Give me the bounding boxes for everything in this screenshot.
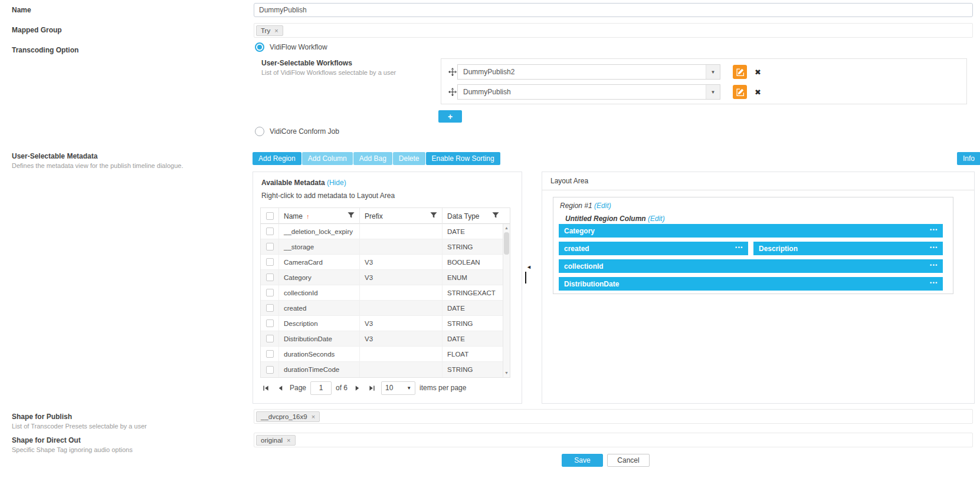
layout-field-bar[interactable]: created •••	[559, 242, 748, 255]
table-row[interactable]: CameraCard V3 BOOLEAN	[261, 255, 504, 270]
table-row[interactable]: durationTimeCode STRING	[261, 362, 504, 377]
layout-area-panel: Layout Area Region #1 (Edit) Untitled Re…	[542, 172, 975, 404]
layout-field-bar[interactable]: Description •••	[753, 242, 943, 255]
workflow-row: DummyPublish ▼ ✖	[441, 84, 966, 100]
page-label: Page	[290, 384, 306, 392]
cursor-arrow-mark: ◄	[526, 264, 532, 270]
remove-workflow-icon[interactable]: ✖	[755, 68, 761, 77]
remove-tag-icon[interactable]: ×	[274, 27, 278, 34]
shape-direct-tag: original ×	[256, 435, 296, 446]
table-row[interactable]: __storage STRING	[261, 239, 504, 255]
table-row[interactable]: durationSeconds FLOAT	[261, 347, 504, 362]
filter-icon[interactable]	[430, 212, 437, 220]
metadata-table: Name ↑ Prefix Data Type	[260, 207, 510, 378]
table-scrollbar[interactable]: ▲ ▼	[503, 224, 510, 377]
mapped-group-field[interactable]: Try ×	[254, 23, 973, 38]
next-page-icon[interactable]	[352, 383, 362, 393]
table-row[interactable]: collectionId STRINGEXACT	[261, 285, 504, 301]
table-body: __deletion_lock_expiry DATE __storage ST…	[261, 224, 510, 377]
add-bag-button[interactable]: Add Bag	[353, 152, 392, 165]
row-checkbox[interactable]	[266, 319, 274, 327]
layout-field-bar[interactable]: collectionId •••	[559, 259, 943, 273]
page-size-select[interactable]: 10 ▼	[381, 381, 415, 395]
add-column-button[interactable]: Add Column	[302, 152, 353, 165]
scroll-up-icon[interactable]: ▲	[503, 225, 510, 232]
row-checkbox[interactable]	[266, 228, 274, 235]
vidicore-conform-job-radio[interactable]	[255, 127, 264, 136]
shape-publish-subtitle: List of Transcoder Presets selectable by…	[12, 423, 147, 430]
last-page-icon[interactable]	[366, 383, 377, 393]
table-row[interactable]: created DATE	[261, 301, 504, 316]
chevron-down-icon[interactable]: ▼	[706, 85, 720, 99]
shape-publish-field[interactable]: __dvcpro_16x9 ×	[254, 409, 973, 424]
scroll-down-icon[interactable]: ▼	[503, 370, 510, 377]
info-button[interactable]: Info	[957, 152, 980, 165]
table-row[interactable]: __deletion_lock_expiry DATE	[261, 224, 504, 239]
table-header: Name ↑ Prefix Data Type	[261, 208, 510, 224]
chevron-down-icon[interactable]: ▼	[706, 65, 720, 79]
mapped-group-tag: Try ×	[256, 25, 283, 36]
row-checkbox[interactable]	[266, 273, 274, 281]
filter-icon[interactable]	[348, 212, 355, 220]
workflow-select[interactable]: DummyPublish ▼	[457, 84, 720, 100]
cancel-button[interactable]: Cancel	[607, 454, 650, 467]
remove-tag-icon[interactable]: ×	[312, 413, 315, 420]
enable-row-sorting-button[interactable]: Enable Row Sorting	[426, 152, 500, 165]
ellipsis-menu-icon[interactable]: •••	[930, 280, 938, 286]
select-all-checkbox[interactable]	[266, 212, 274, 220]
divider	[542, 190, 974, 190]
ellipsis-menu-icon[interactable]: •••	[930, 245, 938, 250]
row-checkbox[interactable]	[266, 243, 274, 250]
shape-direct-label: Shape for Direct Out	[12, 436, 81, 444]
sort-ascending-icon: ↑	[306, 213, 310, 220]
layout-field-bar[interactable]: DistributionDate •••	[559, 277, 943, 291]
drag-handle-icon[interactable]	[448, 68, 457, 78]
delete-button[interactable]: Delete	[393, 152, 425, 165]
edit-workflow-button[interactable]	[733, 65, 747, 79]
hide-link[interactable]: (Hide)	[327, 179, 346, 187]
filter-icon[interactable]	[492, 212, 499, 220]
column-header-data-type[interactable]: Data Type	[442, 208, 504, 224]
vidiflow-workflow-radio[interactable]	[255, 42, 264, 52]
remove-tag-icon[interactable]: ×	[287, 437, 290, 444]
save-button[interactable]: Save	[562, 454, 603, 467]
column-header-name[interactable]: Name ↑	[278, 208, 359, 224]
right-click-hint: Right-click to add metadata to Layout Ar…	[261, 192, 395, 200]
row-checkbox[interactable]	[266, 335, 274, 342]
table-row[interactable]: Description V3 STRING	[261, 316, 504, 331]
add-region-button[interactable]: Add Region	[253, 152, 301, 165]
row-checkbox[interactable]	[266, 258, 274, 266]
scrollbar-thumb[interactable]	[504, 232, 509, 255]
shape-publish-tag: __dvcpro_16x9 ×	[256, 411, 320, 422]
table-row[interactable]: DistributionDate V3 DATE	[261, 331, 504, 347]
vidicore-conform-job-radio-label: VidiCore Conform Job	[270, 127, 339, 136]
items-per-page-label: items per page	[419, 384, 466, 392]
row-checkbox[interactable]	[266, 350, 274, 358]
row-checkbox[interactable]	[266, 304, 274, 312]
layout-field-bar[interactable]: Category •••	[559, 224, 943, 238]
table-row[interactable]: Category V3 ENUM	[261, 270, 504, 285]
region-label: Region #1	[560, 202, 592, 210]
layout-area-title: Layout Area	[550, 177, 588, 185]
add-workflow-button[interactable]: +	[438, 110, 462, 123]
drag-handle-icon[interactable]	[448, 88, 457, 98]
ellipsis-menu-icon[interactable]: •••	[930, 262, 938, 268]
page-number-input[interactable]	[310, 381, 332, 395]
edit-workflow-button[interactable]	[733, 85, 747, 99]
column-edit-link[interactable]: (Edit)	[648, 215, 665, 223]
mapped-group-label: Mapped Group	[12, 26, 62, 34]
ellipsis-menu-icon[interactable]: •••	[735, 245, 743, 250]
previous-page-icon[interactable]	[275, 383, 286, 393]
plus-icon: +	[448, 112, 453, 121]
name-input[interactable]	[254, 3, 973, 17]
ellipsis-menu-icon[interactable]: •••	[930, 227, 938, 233]
shape-direct-field[interactable]: original ×	[254, 433, 973, 447]
first-page-icon[interactable]	[260, 383, 271, 393]
column-header-prefix[interactable]: Prefix	[359, 208, 442, 224]
vidiflow-workflow-radio-label: VidiFlow Workflow	[270, 43, 327, 51]
row-checkbox[interactable]	[266, 289, 274, 296]
remove-workflow-icon[interactable]: ✖	[755, 88, 761, 97]
workflow-select[interactable]: DummyPublish2 ▼	[457, 64, 720, 80]
row-checkbox[interactable]	[266, 366, 274, 374]
region-edit-link[interactable]: (Edit)	[594, 202, 611, 210]
